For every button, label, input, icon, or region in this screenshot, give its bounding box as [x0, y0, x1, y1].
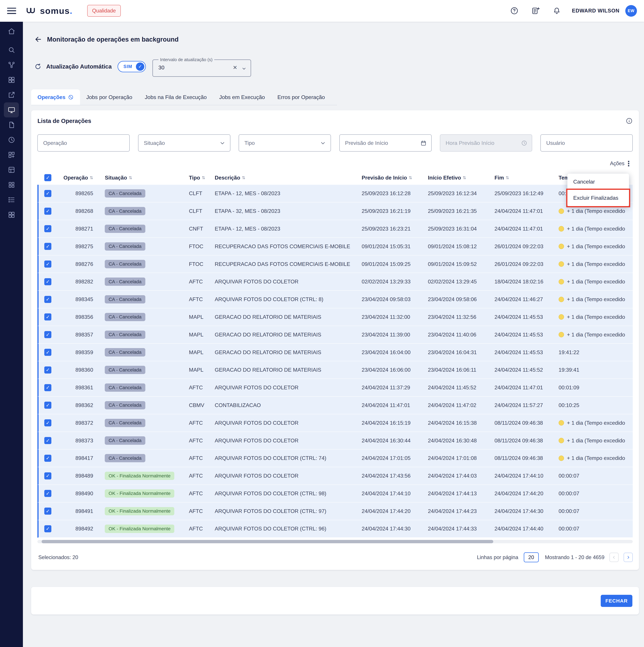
row-checkbox[interactable]: ✓	[44, 349, 51, 356]
brand-logo[interactable]: somus.	[26, 6, 72, 15]
row-checkbox[interactable]: ✓	[44, 437, 51, 444]
column-header-operacao[interactable]: Operação⇅	[57, 174, 102, 181]
column-header-situacao[interactable]: Situação⇅	[102, 174, 187, 181]
tab-operacoes[interactable]: Operações	[31, 89, 80, 105]
column-header-fim[interactable]: Fim⇅	[492, 174, 556, 181]
row-checkbox[interactable]: ✓	[44, 331, 51, 338]
filter-previsao-de-inicio[interactable]: Previsão de Início	[339, 134, 432, 151]
row-checkbox[interactable]: ✓	[44, 402, 51, 409]
table-row[interactable]: ✓898489OK - Finalizada NormalmenteAFTCAR…	[38, 467, 633, 485]
cell-descricao: GERACAO DO RELATORIO DE MATERIAIS	[212, 367, 359, 373]
actions-label[interactable]: Ações	[610, 160, 625, 166]
sidebar-item-apps[interactable]	[4, 72, 19, 87]
row-checkbox[interactable]: ✓	[44, 384, 51, 391]
sidebar-item-schedule[interactable]	[4, 132, 19, 147]
sidebar-item-modules-c[interactable]	[4, 177, 19, 192]
rows-per-page-input[interactable]: 20	[524, 552, 539, 562]
back-arrow-icon[interactable]	[34, 35, 42, 43]
sidebar-item-home[interactable]	[4, 24, 19, 39]
table-row[interactable]: ✓898362CA - CanceladaCBMVCONTABILIZACAO2…	[38, 397, 633, 414]
tab-jobs-em-execucao[interactable]: Jobs em Execução	[213, 89, 271, 105]
table-row[interactable]: ✓898282CA - CanceladaAFTCARQUIVAR FOTOS …	[38, 273, 633, 291]
row-checkbox[interactable]: ✓	[44, 473, 51, 480]
filter-tipo[interactable]: Tipo	[239, 134, 331, 151]
row-checkbox[interactable]: ✓	[44, 313, 51, 320]
row-checkbox[interactable]: ✓	[44, 455, 51, 462]
scrollbar-thumb[interactable]	[42, 540, 493, 543]
row-checkbox[interactable]: ✓	[44, 490, 51, 497]
status-badge: OK - Finalizada Normalmente	[105, 524, 174, 533]
notifications-bell-icon[interactable]	[552, 6, 561, 15]
row-checkbox[interactable]: ✓	[44, 261, 51, 268]
select-all-checkbox[interactable]: ✓	[44, 174, 51, 181]
table-row[interactable]: ✓898490OK - Finalizada NormalmenteAFTCAR…	[38, 485, 633, 503]
row-checkbox[interactable]: ✓	[44, 525, 51, 532]
notes-add-icon[interactable]	[531, 6, 540, 15]
hamburger-menu-icon[interactable]	[7, 8, 16, 14]
tab-jobs-na-fila-de-execucao[interactable]: Jobs na Fila de Execução	[138, 89, 213, 105]
previous-page-button[interactable]	[610, 553, 619, 562]
sidebar-item-hierarchy[interactable]	[4, 57, 19, 72]
row-checkbox[interactable]: ✓	[44, 225, 51, 232]
table-row[interactable]: ✓898491OK - Finalizada NormalmenteAFTCAR…	[38, 503, 633, 520]
row-checkbox[interactable]: ✓	[44, 508, 51, 515]
sidebar-item-modules-d[interactable]	[4, 207, 19, 222]
menu-item-cancelar[interactable]: Cancelar	[567, 173, 629, 190]
table-row[interactable]: ✓898268CA - CanceladaCLFTETAPA - 32, MES…	[38, 202, 633, 220]
cell-tempo: 00:00:07	[556, 490, 633, 497]
interval-value[interactable]: 30	[158, 65, 233, 71]
clear-icon[interactable]: ✕	[233, 64, 237, 71]
table-row[interactable]: ✓898265CA - CanceladaCLFTETAPA - 12, MES…	[38, 185, 633, 202]
table-row[interactable]: ✓898373CA - CanceladaAFTCARQUIVAR FOTOS …	[38, 432, 633, 450]
tab-erros-por-operacao[interactable]: Erros por Operação	[271, 89, 331, 105]
table-row[interactable]: ✓898275CA - CanceladaFTOCRECUPERACAO DAS…	[38, 238, 633, 256]
table-row[interactable]: ✓898345CA - CanceladaAFTCARQUIVAR FOTOS …	[38, 291, 633, 308]
table-row[interactable]: ✓898372CA - CanceladaAFTCARQUIVAR FOTOS …	[38, 414, 633, 432]
table-row[interactable]: ✓898492OK - Finalizada NormalmenteAFTCAR…	[38, 520, 633, 538]
sidebar-item-modules-a[interactable]	[4, 147, 19, 162]
tab-jobs-por-operacao[interactable]: Jobs por Operação	[80, 89, 138, 105]
auto-refresh-toggle[interactable]: SIM ✓	[118, 61, 146, 72]
close-button[interactable]: FECHAR	[601, 595, 632, 607]
column-header-inicio-efetivo[interactable]: Início Efetivo⇅	[425, 174, 492, 181]
table-row[interactable]: ✓898360CA - CanceladaMAPLGERACAO DO RELA…	[38, 361, 633, 379]
sidebar-item-external[interactable]	[4, 87, 19, 102]
column-header-previsao-de-inicio[interactable]: Previsão de Início⇅	[359, 174, 425, 181]
column-header-descricao[interactable]: Descrição⇅	[212, 174, 359, 181]
chevron-down-icon[interactable]	[241, 65, 246, 70]
table-row[interactable]: ✓898356CA - CanceladaMAPLGERACAO DO RELA…	[38, 308, 633, 326]
row-checkbox[interactable]: ✓	[44, 190, 51, 197]
info-icon[interactable]	[626, 117, 633, 125]
table-row[interactable]: ✓898361CA - CanceladaAFTCARQUIVAR FOTOS …	[38, 379, 633, 397]
row-checkbox[interactable]: ✓	[44, 296, 51, 303]
filter-operacao[interactable]: Operação	[38, 134, 130, 151]
sidebar-item-monitoring[interactable]	[4, 102, 19, 117]
help-icon[interactable]	[510, 6, 519, 15]
menu-item-excluir-finalizadas[interactable]: Excluir Finalizadas	[567, 190, 629, 206]
status-badge: CA - Cancelada	[105, 436, 145, 445]
user-name[interactable]: EDWARD WILSON	[572, 8, 620, 14]
table-row[interactable]: ✓898271CA - CanceladaCNFTETAPA - 12, MES…	[38, 220, 633, 238]
sidebar-item-search[interactable]	[4, 43, 19, 57]
row-checkbox[interactable]: ✓	[44, 208, 51, 215]
small-grid-icon	[8, 181, 15, 189]
row-checkbox[interactable]: ✓	[44, 243, 51, 250]
row-checkbox[interactable]: ✓	[44, 419, 51, 426]
kebab-menu-icon[interactable]: ⋮	[625, 159, 633, 168]
column-header-tipo[interactable]: Tipo⇅	[187, 174, 212, 181]
table-row[interactable]: ✓898357CA - CanceladaMAPLGERACAO DO RELA…	[38, 326, 633, 344]
table-row[interactable]: ✓898417CA - CanceladaAFTCARQUIVAR FOTOS …	[38, 449, 633, 467]
sidebar-item-documents[interactable]	[4, 117, 19, 132]
row-checkbox[interactable]: ✓	[44, 366, 51, 373]
row-checkbox[interactable]: ✓	[44, 278, 51, 285]
sidebar-item-modules-b[interactable]	[4, 162, 19, 177]
table-row[interactable]: ✓898359CA - CanceladaMAPLGERACAO DO RELA…	[38, 344, 633, 361]
sidebar-item-queue[interactable]	[4, 192, 19, 207]
filter-usuario[interactable]: Usuário	[541, 134, 633, 151]
filter-situacao[interactable]: Situação	[138, 134, 230, 151]
interval-field[interactable]: Intervalo de atualização (s) 30 ✕	[152, 57, 251, 77]
table-row[interactable]: ✓898276CA - CanceladaFTOCRECUPERACAO DAS…	[38, 256, 633, 273]
next-page-button[interactable]	[624, 553, 633, 562]
refresh-icon[interactable]	[34, 63, 42, 70]
avatar[interactable]: EW	[625, 5, 637, 17]
